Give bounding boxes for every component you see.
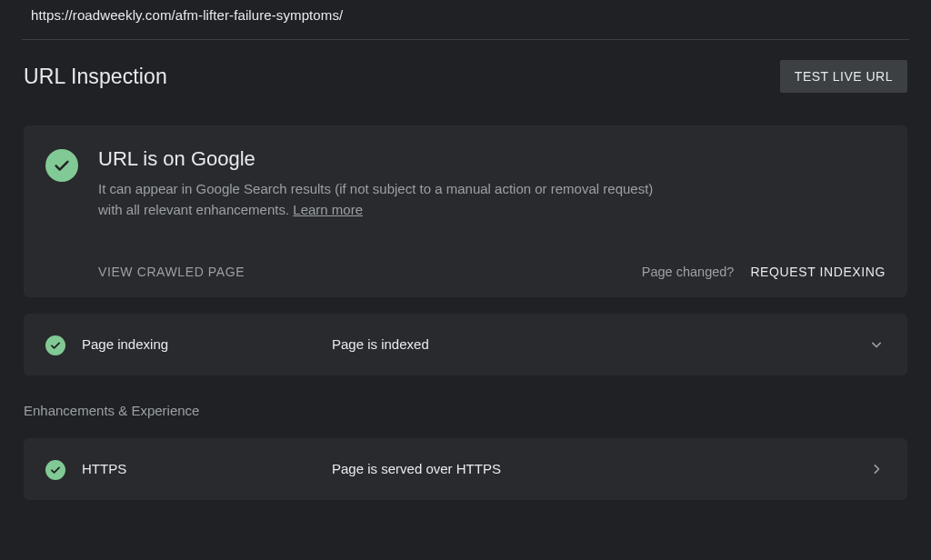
request-indexing-button[interactable]: REQUEST INDEXING [750,265,886,279]
row-value: Page is indexed [332,336,867,352]
header-row: URL Inspection TEST LIVE URL [0,40,931,109]
chevron-right-icon [867,460,886,478]
status-title: URL is on Google [98,147,662,171]
check-success-icon [45,458,65,480]
status-card: URL is on Google It can appear in Google… [24,125,907,297]
status-summary: URL is on Google It can appear in Google… [45,147,886,221]
inspected-url: https://roadweekly.com/afm-lifter-failur… [0,0,931,39]
check-success-icon [45,334,65,355]
view-crawled-page-button[interactable]: VIEW CRAWLED PAGE [98,265,245,279]
check-success-icon [45,149,78,182]
page-indexing-row[interactable]: Page indexing Page is indexed [24,314,907,375]
row-value: Page is served over HTTPS [332,461,867,476]
page-changed-label: Page changed? [642,265,735,279]
chevron-down-icon [867,335,886,354]
page-title: URL Inspection [24,65,167,89]
status-actions: VIEW CRAWLED PAGE Page changed? REQUEST … [45,265,886,279]
status-description-text: It can appear in Google Search results (… [98,181,653,217]
test-live-url-button[interactable]: TEST LIVE URL [780,60,907,93]
status-description: It can appear in Google Search results (… [98,178,662,221]
row-label: Page indexing [82,336,332,352]
row-label: HTTPS [82,461,332,476]
enhancements-section-label: Enhancements & Experience [0,375,931,422]
learn-more-link[interactable]: Learn more [293,202,363,217]
https-row[interactable]: HTTPS Page is served over HTTPS [24,438,907,500]
